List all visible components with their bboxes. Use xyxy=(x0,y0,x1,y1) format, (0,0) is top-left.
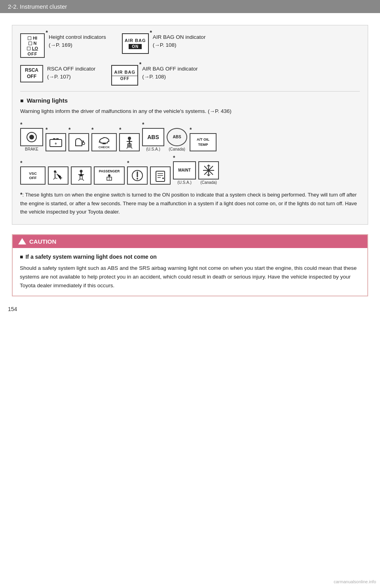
svg-point-14 xyxy=(137,178,138,179)
check-engine-icon: CHECK xyxy=(91,133,117,151)
svg-point-11 xyxy=(80,170,83,172)
passenger-icon: PASSENGER xyxy=(94,166,125,185)
rsca-off-page-ref: (→P. 107) xyxy=(47,73,95,81)
snowflake-icon xyxy=(198,161,219,179)
check-icon-wrap: * CHECK xyxy=(91,126,117,151)
caution-header: CAUTION xyxy=(13,235,367,248)
svg-rect-15 xyxy=(156,171,165,181)
height-control-page-ref: (→P. 169) xyxy=(49,41,106,49)
at-oil-temp-icon: A/T OIL TEMP xyxy=(190,133,217,151)
maint-usa-icon: MAINT xyxy=(173,161,196,179)
info-box: * HI N LO OFF Height control indicators … xyxy=(12,25,368,225)
header-bar: 2-2. Instrument cluster xyxy=(0,0,380,13)
height-control-indicator: * HI N LO OFF Height control indicators … xyxy=(20,33,106,58)
warning-row-2: * VSC OFF xyxy=(20,155,360,185)
airbag-on-label: AIR BAG ON indicator xyxy=(153,33,206,41)
warning-lights-grid: * BRAKE BRAKE * xyxy=(20,121,360,185)
skid-icon xyxy=(48,166,68,185)
abs-canada-icon-wrap: ABS (Canada) xyxy=(167,128,187,151)
maint-usa-icon-wrap: * MAINT (U.S.A.) xyxy=(173,155,196,185)
airbag-off-text: AIR BAG OFF indicator (→P. 108) xyxy=(142,65,198,81)
airbag-on-icon: * AIR BAG ON xyxy=(122,33,149,54)
seatbelt-icon xyxy=(119,133,140,151)
caution-sub-title: If a safety system warning light does no… xyxy=(20,254,360,260)
airbag-on-page-ref: (→P. 108) xyxy=(153,41,206,49)
warning-lights-title: Warning lights xyxy=(20,97,360,104)
passenger-icon-wrap: PASSENGER xyxy=(94,166,125,185)
svg-point-1 xyxy=(29,135,34,139)
oil-icon xyxy=(68,133,89,151)
rsca-off-indicator: RSCA OFF RSCA OFF indicator (→P. 107) xyxy=(20,65,95,82)
rsca-off-label: RSCA OFF indicator xyxy=(47,65,95,73)
vsc-off-icon: VSC OFF xyxy=(20,166,46,185)
svg-point-12 xyxy=(108,174,110,177)
warning-lights-body: Warning lights inform the driver of malf… xyxy=(20,107,360,116)
snowflake-icon-wrap: (Canada) xyxy=(198,161,219,185)
exclamation-icon xyxy=(127,166,148,185)
svg-point-10 xyxy=(54,170,56,173)
slip-icon xyxy=(150,166,171,185)
svg-point-17 xyxy=(207,169,210,172)
watermark: carmanualsonline.info xyxy=(334,579,376,584)
caution-body: If a safety system warning light does no… xyxy=(13,248,367,296)
abs-usa-icon-wrap: * ABS (U.S.A.) xyxy=(142,121,164,151)
header-title: 2-2. Instrument cluster xyxy=(8,3,67,10)
seatbelt2-icon-wrap xyxy=(71,166,91,185)
skid-icon-wrap xyxy=(48,166,68,185)
caution-triangle-icon xyxy=(18,238,26,244)
vsc-off-icon-wrap: * VSC OFF xyxy=(20,160,46,185)
battery-icon-wrap: * + xyxy=(46,126,66,151)
brake-icon-wrap: * BRAKE BRAKE xyxy=(20,121,43,151)
footnote: *: These lights turn on when the engine … xyxy=(20,190,360,216)
slip-icon-wrap xyxy=(150,166,171,185)
svg-point-16 xyxy=(162,178,164,179)
page-number: 154 xyxy=(8,306,17,312)
airbag-off-label: AIR BAG OFF indicator xyxy=(142,65,198,73)
height-control-text: Height control indicators (→P. 169) xyxy=(49,33,106,50)
brake-icon: BRAKE xyxy=(20,128,43,146)
svg-rect-4 xyxy=(53,138,55,140)
airbag-on-indicator: * AIR BAG ON AIR BAG ON indicator (→P. 1… xyxy=(122,33,206,54)
rsca-off-icon: RSCA OFF xyxy=(20,65,43,82)
caution-label: CAUTION xyxy=(29,238,56,245)
abs-canada-icon: ABS xyxy=(167,128,187,146)
abs-usa-icon: ABS xyxy=(142,128,164,146)
svg-rect-5 xyxy=(56,138,59,140)
height-control-icon: * HI N LO OFF xyxy=(20,33,45,58)
oil-icon-wrap: * xyxy=(68,126,89,151)
at-oil-temp-icon-wrap: * A/T OIL TEMP xyxy=(190,126,217,151)
battery-icon: + xyxy=(46,133,66,151)
caution-body-text: Should a safety system light such as ABS… xyxy=(20,264,360,290)
height-control-label: Height control indicators xyxy=(49,33,106,41)
svg-rect-8 xyxy=(103,143,106,144)
airbag-off-indicator: * AIR BAG OFF AIR BAG OFF indicator (→P.… xyxy=(111,65,198,86)
excl-icon-wrap: * xyxy=(127,160,148,185)
svg-point-9 xyxy=(128,137,131,140)
warning-row-1: * BRAKE BRAKE * xyxy=(20,121,360,151)
seatbelt-icon-wrap: * xyxy=(119,126,140,151)
airbag-off-page-ref: (→P. 108) xyxy=(142,73,198,81)
airbag-off-icon: * AIR BAG OFF xyxy=(111,65,138,86)
rsca-off-text: RSCA OFF indicator (→P. 107) xyxy=(47,65,95,81)
svg-text:+: + xyxy=(55,141,57,146)
seatbelt2-icon xyxy=(71,166,91,185)
airbag-on-text: AIR BAG ON indicator (→P. 108) xyxy=(153,33,206,50)
caution-box: CAUTION If a safety system warning light… xyxy=(12,234,368,297)
